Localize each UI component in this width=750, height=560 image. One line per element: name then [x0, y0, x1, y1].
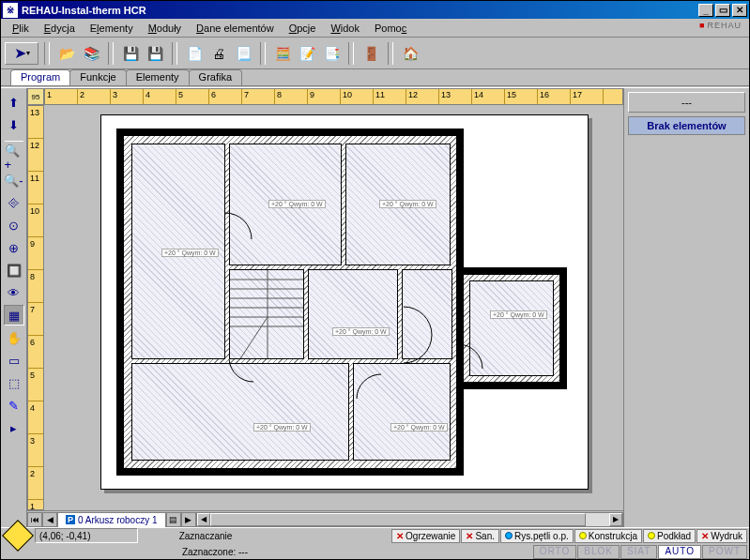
room-label: +20 ° Qwym: 0 W — [379, 200, 436, 208]
statusbar: (4,06; -0,41) Zaznaczanie ✕Ogrzewanie✕Sa… — [1, 527, 749, 559]
room[interactable] — [353, 363, 451, 461]
menu-plik[interactable]: Plik — [5, 21, 37, 36]
no-elements-bar[interactable]: Brak elementów — [628, 116, 745, 135]
layer-tab[interactable]: Podkład — [643, 529, 696, 543]
save-button[interactable]: 💾 — [119, 42, 142, 65]
ruler-corner[interactable]: 95 — [27, 88, 44, 105]
room-label: +20 ° Qwym: 0 W — [332, 327, 390, 336]
mode-powt[interactable]: POWT — [702, 545, 747, 559]
mode-orto[interactable]: ORTO — [533, 545, 577, 559]
sheet-name: 0 Arkusz roboczy 1 — [78, 515, 157, 525]
horizontal-ruler: 1234567891011121314151617 — [44, 88, 623, 105]
vertical-ruler: 13121110987654321 — [27, 105, 44, 510]
menu-moduly[interactable]: Moduły — [141, 21, 189, 36]
mode-label-2: Zaznaczone: --- — [149, 547, 281, 557]
room[interactable] — [131, 363, 349, 461]
save-as-button[interactable]: 💾 — [144, 42, 166, 65]
right-panel-header[interactable]: --- — [628, 92, 745, 113]
workarea: ⬆ ⬇ 🔍+ 🔍- 🞜 ⊙ ⊕ 🔲 👁 ▦ ✋ ▭ ⬚ ✎ ▸ 95 12345… — [1, 87, 749, 527]
room-label: +20 ° Qwym: 0 W — [268, 200, 326, 208]
layer-tab[interactable]: ✕Ogrzewanie — [391, 529, 460, 543]
layer-tab[interactable]: ✕San. — [461, 529, 499, 543]
print-button[interactable]: 🖨 — [207, 42, 230, 65]
menu-edycja[interactable]: Edycja — [37, 21, 83, 36]
room-label: +20 ° Qwym: 0 W — [490, 310, 547, 319]
toolbar: ➤▾ 📂 📚 💾 💾 📄 🖨 📃 🧮 📝 📑 🚪 🏠 — [1, 38, 749, 69]
sheet-list-button[interactable]: ▤ — [166, 512, 181, 527]
help-icon[interactable]: 🏠 — [399, 42, 421, 65]
mode-auto[interactable]: AUTO — [658, 545, 701, 559]
sheet-tab[interactable]: P 0 Arkusz roboczy 1 — [57, 512, 166, 527]
pan-icon[interactable]: ✋ — [4, 327, 24, 348]
marquee-icon[interactable]: ⬚ — [4, 372, 24, 393]
sheet-next-button[interactable]: ▶ — [181, 512, 196, 527]
notes-button[interactable]: 📝 — [296, 42, 318, 65]
menu-widok[interactable]: Widok — [323, 21, 367, 36]
scroll-thumb[interactable] — [210, 513, 586, 526]
library-button[interactable]: 📚 — [80, 42, 102, 65]
menu-opcje[interactable]: Opcje — [282, 21, 324, 36]
close-button[interactable]: ✕ — [732, 4, 747, 17]
arrow-up-icon[interactable]: ⬆ — [4, 92, 24, 113]
zoom-in-icon[interactable]: 🔍+ — [4, 147, 24, 168]
arrow-down-icon[interactable]: ⬇ — [4, 114, 24, 135]
room-label: +20 ° Qwym: 0 W — [253, 423, 311, 431]
more-tools-icon[interactable]: ▸ — [4, 417, 24, 438]
window-title: REHAU-Instal-therm HCR — [22, 5, 696, 16]
layer-tab[interactable]: Rys.pętli o.p. — [500, 529, 574, 543]
mode-blok[interactable]: BLOK — [577, 545, 620, 559]
side-toolbox: ⬆ ⬇ 🔍+ 🔍- 🞜 ⊙ ⊕ 🔲 👁 ▦ ✋ ▭ ⬚ ✎ ▸ — [1, 88, 27, 527]
horizontal-scrollbar[interactable]: ◀ ▶ — [196, 512, 624, 527]
scroll-right-button[interactable]: ▶ — [609, 513, 622, 526]
room-stairs[interactable] — [229, 269, 304, 359]
zoom-out-icon[interactable]: 🔍- — [4, 170, 24, 190]
floorplan: +20 ° Qwym: 0 W +20 ° Qwym: 0 W +20 ° Qw… — [116, 129, 571, 476]
zoom-fit-icon[interactable]: ⊙ — [4, 215, 24, 235]
copy-button[interactable]: 📄 — [183, 42, 206, 65]
app-icon: ※ — [3, 3, 18, 18]
tab-program[interactable]: Program — [10, 69, 70, 85]
menu-elementy[interactable]: Elementy — [83, 21, 141, 36]
sheet-prev-button[interactable]: ◀ — [42, 512, 57, 527]
draw-icon[interactable]: ✎ — [4, 395, 24, 416]
brand-label: REHAU — [699, 21, 742, 30]
grid-icon[interactable]: ▦ — [4, 305, 24, 325]
zoom-all-icon[interactable]: ⊕ — [4, 237, 24, 258]
room[interactable] — [308, 269, 398, 359]
drawing-canvas[interactable]: +20 ° Qwym: 0 W +20 ° Qwym: 0 W +20 ° Qw… — [44, 105, 623, 510]
print-preview-button[interactable]: 📃 — [232, 42, 254, 65]
tab-funkcje[interactable]: Funkcje — [69, 69, 127, 85]
sheet-tabs: ⏮ ◀ P 0 Arkusz roboczy 1 ▤ ▶ ◀ ▶ — [27, 510, 623, 527]
svg-line-7 — [239, 317, 268, 358]
titlebar: ※ REHAU-Instal-therm HCR _ ▭ ✕ — [1, 1, 749, 19]
open-button[interactable]: 📂 — [55, 42, 78, 65]
menu-dane[interactable]: Dane elementów — [189, 21, 282, 36]
sheets-button[interactable]: 📑 — [320, 42, 343, 65]
canvas-frame: 95 1234567891011121314151617 13121110987… — [27, 88, 623, 527]
menu-pomoc[interactable]: Pomoc — [367, 21, 414, 36]
exit-button[interactable]: 🚪 — [360, 42, 382, 65]
coords-cell: (4,06; -0,41) — [35, 528, 138, 543]
tab-grafika[interactable]: Grafika — [189, 69, 242, 85]
zoom-region-icon[interactable]: 🞜 — [4, 192, 24, 213]
zoom-prev-icon[interactable]: 👁 — [4, 282, 24, 303]
sheet-p-icon: P — [66, 515, 75, 524]
minimize-button[interactable]: _ — [698, 4, 713, 17]
right-panel: --- Brak elementów — [623, 88, 749, 527]
pointer-tool[interactable]: ➤▾ — [5, 42, 38, 65]
room[interactable] — [402, 269, 452, 359]
mode-siat[interactable]: SIAT — [620, 545, 657, 559]
room[interactable] — [469, 280, 554, 376]
scroll-left-button[interactable]: ◀ — [197, 513, 210, 526]
mode-label-1: Zaznaczanie — [140, 531, 271, 541]
paper-sheet: +20 ° Qwym: 0 W +20 ° Qwym: 0 W +20 ° Qw… — [100, 114, 589, 490]
tab-elementy[interactable]: Elementy — [126, 69, 190, 85]
layer-tab[interactable]: Konstrukcja — [574, 529, 642, 543]
calc-button[interactable]: 🧮 — [271, 42, 294, 65]
maximize-button[interactable]: ▭ — [715, 4, 730, 17]
layer-tab[interactable]: ✕Wydruk — [696, 529, 747, 543]
zoom-window-icon[interactable]: 🔲 — [4, 260, 24, 280]
menubar: Plik Edycja Elementy Moduły Dane element… — [1, 19, 749, 38]
sheet-first-button[interactable]: ⏮ — [27, 512, 42, 527]
select-rect-icon[interactable]: ▭ — [4, 350, 24, 371]
